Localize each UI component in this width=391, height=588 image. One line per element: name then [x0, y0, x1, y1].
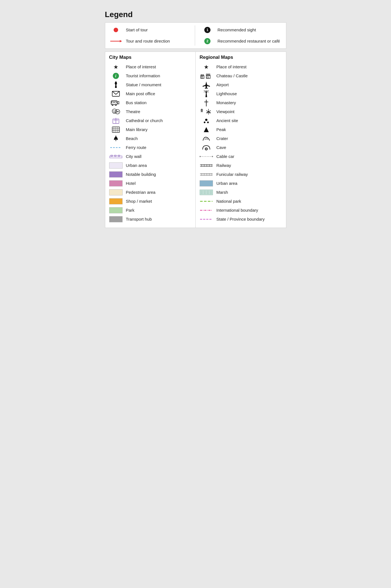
- recommended-restaurant-label: Recommended restaurant or café: [217, 38, 280, 44]
- city-maps-title: City Maps: [109, 55, 192, 60]
- tour-route-label: Tour and route direction: [126, 38, 170, 44]
- library-label: Main library: [126, 127, 148, 132]
- city-maps-column: City Maps ★ Place of interest i Tourist …: [105, 52, 196, 228]
- star-regional-icon: ★: [200, 64, 213, 70]
- cathedral-icon: [109, 117, 123, 124]
- list-item: ★ Place of interest: [109, 62, 192, 71]
- legend-title: Legend: [105, 10, 286, 19]
- svg-point-73: [206, 148, 207, 150]
- ferry-route-icon: [109, 146, 123, 149]
- city-wall-icon: [109, 155, 123, 158]
- national-park-icon: [200, 200, 213, 202]
- funicular-label: Funicular railway: [216, 172, 248, 177]
- lighthouse-icon: [200, 90, 213, 98]
- bus-station-label: Bus station: [126, 100, 147, 106]
- ancient-site-icon: [200, 118, 213, 124]
- red-arrow-icon: [109, 39, 123, 43]
- svg-line-62: [209, 111, 211, 112]
- svg-line-50: [206, 90, 209, 91]
- place-of-interest-city-label: Place of interest: [126, 64, 156, 70]
- list-item: Railway: [200, 161, 282, 170]
- svg-point-68: [205, 119, 207, 121]
- ancient-site-label: Ancient site: [216, 118, 238, 123]
- legend-container: Legend Start of tour Tour and route dire…: [100, 6, 291, 234]
- railway-icon: [200, 164, 213, 167]
- notable-building-label: Notable building: [126, 172, 156, 177]
- svg-point-10: [112, 104, 113, 106]
- svg-rect-9: [114, 102, 116, 103]
- list-item: Hotel: [109, 179, 192, 188]
- svg-point-20: [118, 111, 118, 111]
- list-item: City wall: [109, 152, 192, 161]
- park-icon: [109, 207, 123, 213]
- international-boundary-label: International boundary: [216, 207, 258, 213]
- viewpoint-label: Viewpoint: [216, 109, 235, 115]
- list-item: Bus station: [109, 98, 192, 107]
- svg-point-19: [116, 111, 117, 111]
- list-item: Funicular railway: [200, 170, 282, 179]
- list-item: Park: [109, 206, 192, 215]
- list-item: Chateau / Castle: [200, 71, 282, 80]
- theatre-icon: [109, 109, 123, 115]
- list-item: 2 Recommended restaurant or café: [201, 37, 282, 46]
- recommended-sight-label: Recommended sight: [217, 27, 256, 33]
- international-boundary-icon: [200, 209, 213, 211]
- monastery-icon: [200, 99, 213, 106]
- castle-icon: [200, 73, 213, 79]
- recommended-sight-icon: 1: [201, 27, 214, 33]
- chateau-castle-label: Chateau / Castle: [216, 73, 248, 79]
- peak-icon: [200, 127, 213, 133]
- tourist-info-icon: i: [109, 73, 123, 79]
- svg-point-76: [212, 156, 213, 157]
- cable-car-icon: [200, 155, 213, 158]
- svg-line-48: [204, 90, 206, 91]
- svg-rect-44: [207, 77, 209, 78]
- urban-area-regional-label: Urban area: [216, 181, 237, 186]
- svg-marker-1: [120, 40, 122, 42]
- svg-point-5: [115, 81, 117, 83]
- post-office-icon: [109, 91, 123, 97]
- regional-maps-column: Regional Maps ★ Place of interest: [196, 52, 286, 228]
- list-item: Theatre: [109, 107, 192, 116]
- list-item: Crater: [200, 134, 282, 143]
- transport-hub-label: Transport hub: [126, 216, 152, 222]
- bus-station-icon: [109, 100, 123, 106]
- svg-point-15: [112, 109, 117, 113]
- svg-rect-39: [202, 76, 203, 78]
- list-item: International boundary: [200, 206, 282, 215]
- svg-marker-45: [205, 93, 207, 97]
- list-item: Main library: [109, 125, 192, 134]
- top-section: Start of tour Tour and route direction 1: [105, 22, 286, 49]
- viewpoint-icon: [200, 108, 213, 115]
- list-item: Ferry route: [109, 143, 192, 152]
- library-icon: [109, 127, 123, 133]
- svg-rect-46: [205, 92, 207, 93]
- post-office-label: Main post office: [126, 91, 155, 97]
- list-item: Shop / market: [109, 197, 192, 206]
- svg-point-11: [115, 104, 116, 106]
- railway-label: Railway: [216, 163, 231, 168]
- start-of-tour-label: Start of tour: [126, 27, 148, 33]
- recommended-restaurant-icon: 2: [201, 38, 214, 44]
- cathedral-label: Cathedral or church: [126, 118, 163, 123]
- state-boundary-label: State / Province boundary: [216, 216, 265, 222]
- list-item: Pedestrian area: [109, 188, 192, 197]
- hotel-icon: [109, 180, 123, 186]
- list-item: Monastery: [200, 98, 282, 107]
- svg-point-74: [200, 156, 201, 157]
- bottom-section: City Maps ★ Place of interest i Tourist …: [105, 52, 286, 228]
- list-item: Ancient site: [200, 116, 282, 125]
- svg-line-61: [206, 111, 209, 112]
- urban-area-regional-icon: [200, 180, 213, 186]
- list-item: Viewpoint: [200, 107, 282, 116]
- svg-rect-8: [112, 102, 114, 103]
- star-icon: ★: [109, 64, 123, 70]
- city-wall-label: City wall: [126, 154, 142, 159]
- list-item: Urban area: [109, 161, 192, 170]
- list-item: Airport: [200, 80, 282, 89]
- pedestrian-area-label: Pedestrian area: [126, 190, 156, 195]
- urban-area-city-label: Urban area: [126, 163, 147, 168]
- list-item: National park: [200, 197, 282, 206]
- urban-area-city-icon: [109, 162, 123, 169]
- airport-label: Airport: [216, 82, 229, 88]
